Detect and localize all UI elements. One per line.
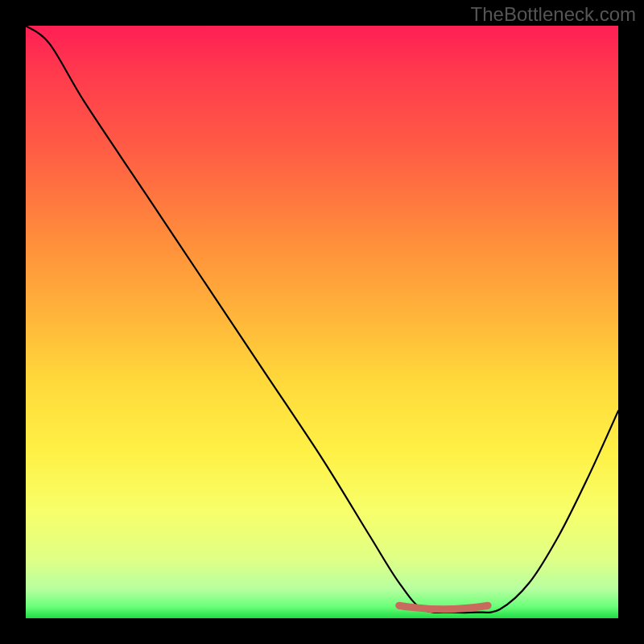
bottleneck-curve [26,26,618,613]
chart-container: TheBottleneck.com [0,0,644,644]
plot-area [26,26,618,618]
curve-layer [26,26,618,618]
watermark-text: TheBottleneck.com [471,3,636,26]
optimal-flat-region [399,605,488,609]
